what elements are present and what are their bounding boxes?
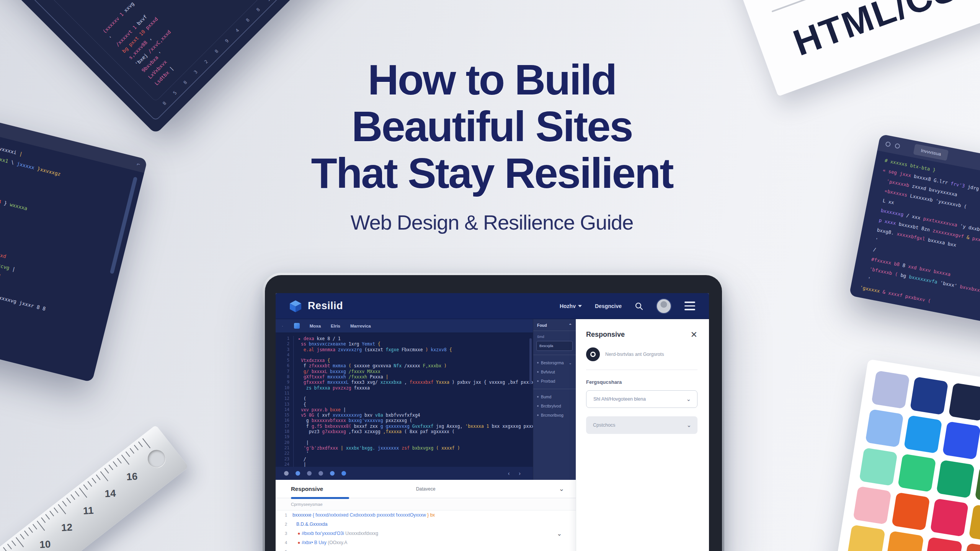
- bullet-icon: [537, 405, 539, 407]
- primary-select[interactable]: Shl Ahl/Hovgoteen blena ⌄: [586, 390, 697, 408]
- code-area[interactable]: 123456789101112131415161718192021222324 …: [276, 333, 533, 467]
- ruler-tick: [105, 468, 109, 474]
- status-icon[interactable]: [330, 471, 335, 476]
- line-number: 1: [276, 336, 289, 341]
- line-number: 16: [276, 418, 289, 423]
- code-card-left: ⌐ #xbt pxxvxxxxi |#vxxxe pxxx1 \ jxxxxx …: [0, 115, 147, 382]
- files-item[interactable]: Brctbrylvod: [533, 401, 576, 411]
- code-line: e.al jsmnmxa zxvxvxzrg (sxxzxt fxgxe Fbx…: [298, 347, 533, 352]
- color-swatch: [975, 466, 980, 504]
- paper-label: HTML/CSS: [788, 0, 980, 64]
- code-line: zs bfxxxa pvxzxzg fxxxxa: [298, 385, 533, 391]
- color-swatch: [962, 543, 980, 551]
- line-number: 11: [276, 391, 289, 396]
- code-line: g bxxxxxvbfxxxx bxxxg'vxxxvxg pxxzxxxg (: [298, 418, 533, 423]
- secondary-select-value: Cpstchocs: [593, 422, 615, 428]
- code-line: ss bnxsvxczxeaxne 1xrg Yemxt {: [298, 341, 533, 347]
- bullet-icon: [537, 362, 539, 364]
- brand[interactable]: Resilid: [289, 299, 343, 313]
- ruler-tick: [37, 521, 45, 531]
- files-group: Bestorsgrma⌄BvfvivutProrbad: [533, 355, 576, 389]
- laptop: Resilid Hozhv Desgncive: [263, 273, 724, 551]
- tab-datavece[interactable]: Datavece: [416, 486, 436, 492]
- ruler-number: 16: [126, 471, 138, 483]
- nav-item-1[interactable]: Hozhv: [560, 303, 582, 309]
- chevron-up-icon[interactable]: ⌃: [568, 323, 572, 328]
- avatar[interactable]: [656, 298, 671, 314]
- code-line: gXftxxxf mxvxxxh /fxxxxh Pxxxa |: [298, 374, 533, 380]
- line-number: 7: [276, 369, 289, 374]
- code-line: 'g'b'zbxdfxxx | xxxbx'bxgg. jxxxxxxx zsf…: [298, 445, 533, 451]
- code-line: pvz3 g7xxbxxxg ,fxx3 xzxxgg ,fxxxxa ( 8x…: [298, 429, 533, 434]
- line-number: 17: [276, 424, 289, 429]
- editor-statusbar: ‹ ›: [276, 467, 533, 480]
- status-icon[interactable]: [341, 471, 346, 476]
- editor-tab-3[interactable]: Marrevica: [350, 324, 371, 328]
- scrollbar[interactable]: [529, 338, 532, 384]
- laptop-bezel: Resilid Hozhv Desgncive: [265, 275, 722, 551]
- code-line: ▸ dexa kxe 8 / 1: [298, 336, 533, 341]
- ruler-tick: [16, 537, 24, 547]
- editor-menu-icon[interactable]: ·: [282, 324, 284, 328]
- files-item[interactable]: Brcmorlbvog: [533, 411, 576, 420]
- ruler-tick: [130, 448, 134, 454]
- editor-tabstrip: · MoxaElrisMarrevica: [276, 319, 533, 333]
- chevron-down-icon[interactable]: ⌄: [557, 530, 562, 537]
- inspector-panel: Responsive ✕ Nerd-bsrtvlas ant Gorgsrots…: [576, 319, 709, 551]
- line-number: 5: [276, 358, 289, 363]
- line-number: 4: [276, 352, 289, 358]
- chevron-down-icon[interactable]: ⌄: [559, 485, 564, 493]
- results-panel: Responsive Datavece ⌄ Cprmyseeysmae 1bxx…: [276, 480, 576, 551]
- menu-icon[interactable]: [684, 302, 695, 310]
- code-line: [298, 352, 533, 358]
- line-number: 9: [276, 380, 289, 385]
- files-item-label: Bestorsgrma: [541, 360, 564, 365]
- ruler-tick: [66, 497, 71, 503]
- status-icon[interactable]: [296, 471, 300, 476]
- scroll-arrows[interactable]: ‹ ›: [508, 470, 524, 476]
- hero-title-line: That Stay Resilient: [224, 150, 760, 197]
- ruler-tick: [33, 524, 37, 530]
- nav-item-label: Desgncive: [595, 303, 622, 309]
- line-number: 10: [276, 385, 289, 391]
- ruler-tick: [75, 491, 79, 497]
- hero-subtitle: Web Design & Resilience Guide: [224, 210, 760, 234]
- line-number: 14: [276, 407, 289, 412]
- files-search-input[interactable]: [536, 341, 573, 351]
- ruler-numbers: 121614111210976543: [0, 425, 156, 551]
- close-icon[interactable]: ✕: [691, 331, 697, 339]
- tab-responsive[interactable]: Responsive: [291, 486, 323, 492]
- palette-grid: [847, 370, 980, 551]
- circle-icon: [895, 143, 900, 148]
- line-number: 12: [276, 396, 289, 401]
- ruler-tick: [11, 540, 16, 546]
- color-swatch: [892, 492, 930, 531]
- primary-select-value: Shl Ahl/Hovgoteen blena: [593, 396, 646, 402]
- files-item[interactable]: Bvfvivut: [533, 367, 576, 377]
- hero-banner: 8 5 8 3 2 8 9 4 8 8 5 3 8 (xxxxxv 1 xxvg…: [0, 0, 980, 551]
- brand-name: Resilid: [308, 300, 343, 312]
- secondary-select[interactable]: Cpstchocs ⌄: [586, 416, 697, 434]
- status-icon[interactable]: [284, 471, 289, 476]
- line-number: 3: [276, 347, 289, 352]
- result-row: 3 ● #bxxb fxx'yxxxxd'O3i Uxxxxdxxfdxxxg⌄: [276, 529, 576, 538]
- color-swatch: [904, 415, 942, 454]
- files-item[interactable]: Bumd: [533, 392, 576, 401]
- files-item-label: Brcmorlbvog: [541, 413, 564, 417]
- search-icon[interactable]: [635, 302, 643, 310]
- ruler-tick: [113, 461, 118, 467]
- files-item[interactable]: Bestorsgrma⌄: [533, 358, 576, 367]
- file-icon: [294, 323, 300, 329]
- code-line: ': [298, 451, 533, 456]
- nav-item-2[interactable]: Desgncive: [595, 303, 622, 309]
- status-icon[interactable]: [307, 471, 312, 476]
- ruler-tick: [117, 458, 122, 464]
- line-number: 8: [276, 374, 289, 380]
- ruler-number: 14: [105, 487, 116, 500]
- files-item[interactable]: Prorbad: [533, 377, 576, 386]
- editor-tab-2[interactable]: Elris: [331, 324, 340, 328]
- ruler-tick: [41, 517, 46, 523]
- status-icon[interactable]: [318, 471, 323, 476]
- editor-tab-1[interactable]: Moxa: [310, 324, 321, 328]
- chevron-down-icon: ⌄: [569, 361, 572, 365]
